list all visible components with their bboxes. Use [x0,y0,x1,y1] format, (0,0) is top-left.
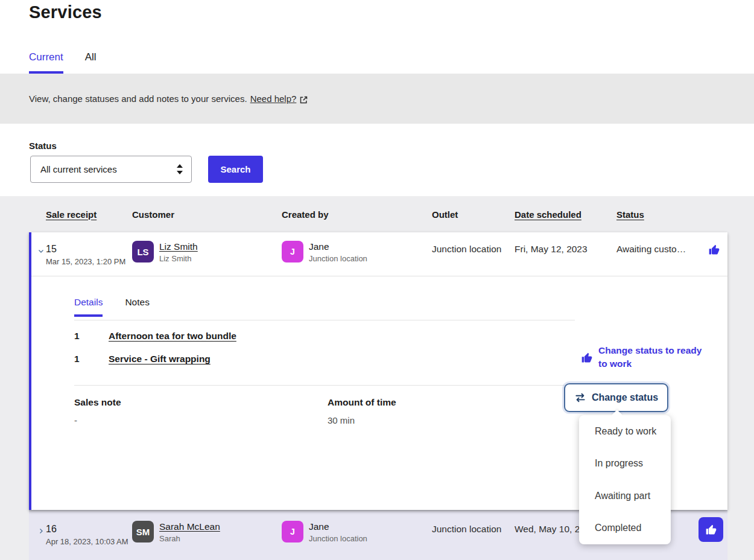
line-item: 1 Afternoon tea for two bundle [74,331,575,342]
thumbs-up-icon [581,352,593,364]
created-by-cell: J Jane Junction location [282,232,432,276]
line-item-qty: 1 [74,354,109,364]
services-table: Sale receipt Customer Created by Outlet … [0,196,754,560]
column-status[interactable]: Status [616,209,706,220]
banner-text: View, change statuses and add notes to y… [29,94,247,104]
menu-item-in-progress[interactable]: In progress [579,448,671,480]
receipt-cell: 15 Mar 15, 2023, 1:20 PM [46,232,132,276]
tab-details[interactable]: Details [74,297,103,317]
line-item-name-link[interactable]: Afternoon tea for two bundle [109,331,236,342]
tab-notes[interactable]: Notes [125,297,150,317]
tab-all[interactable]: All [85,51,97,74]
expand-row-control[interactable] [37,510,46,560]
divider [74,385,575,386]
service-card-expanded: 15 Mar 15, 2023, 1:20 PM LS Liz Smith Li… [29,232,727,510]
chevron-right-icon [37,527,45,535]
avatar: SM [132,521,154,542]
status-select-value: All current services [40,164,177,174]
created-by-subtext: Junction location [309,534,367,543]
menu-item-ready-to-work[interactable]: Ready to work [579,415,671,448]
change-status-button-label: Change status [592,392,658,403]
customer-name-link[interactable]: Liz Smith [159,241,198,252]
menu-item-awaiting-part[interactable]: Awaiting part [579,480,671,512]
line-item: 1 Service - Gift wrapping [74,354,575,364]
column-date-scheduled[interactable]: Date scheduled [515,209,616,220]
status-options-menu: Ready to work In progress Awaiting part … [579,415,671,544]
tab-current-label: Current [29,51,63,63]
sales-note-value: - [74,415,77,425]
customer-cell: SM Sarah McLean Sarah [132,510,282,560]
created-by-subtext: Junction location [309,254,367,263]
column-created-by: Created by [282,209,432,220]
swap-arrows-icon [574,392,586,404]
avatar: LS [132,241,154,262]
select-spinner-icon [177,164,183,174]
chevron-down-icon [37,247,45,255]
tab-current[interactable]: Current [29,51,63,74]
line-item-qty: 1 [74,331,109,342]
avatar: J [282,241,303,262]
table-row[interactable]: 15 Mar 15, 2023, 1:20 PM LS Liz Smith Li… [31,232,727,276]
amount-of-time-label: Amount of time [328,397,396,408]
customer-subtext: Liz Smith [159,254,198,263]
tab-all-label: All [85,51,97,63]
outlet-cell: Junction location [432,510,515,560]
thumbs-up-icon[interactable] [708,244,720,256]
sales-note-label: Sales note [74,397,121,408]
avatar: J [282,521,303,542]
collapse-row-control[interactable] [37,232,46,276]
external-link-icon [299,95,308,104]
column-customer: Customer [132,209,282,220]
created-by-name: Jane [309,521,367,532]
created-by-cell: J Jane Junction location [282,510,432,560]
created-by-name: Jane [309,241,367,252]
status-cell: Awaiting custo… [616,232,706,276]
search-button[interactable]: Search [208,156,263,183]
page-header: Services Current All [0,0,754,74]
detail-tabs: Details Notes [74,297,172,317]
receipt-number: 15 [46,244,132,255]
thumbs-up-icon [705,524,717,536]
page-title: Services [29,2,102,22]
filter-section: Status All current services Search [0,124,754,196]
services-page: Services Current All View, change status… [0,0,754,560]
customer-name-link[interactable]: Sarah McLean [159,521,220,532]
change-status-quick-link[interactable]: Change status to ready to work [581,344,720,370]
quick-action-label: Change status to ready to work [598,344,713,370]
change-status-to-ready-button[interactable] [699,517,723,542]
change-status-button[interactable]: Change status [564,383,668,412]
menu-item-completed[interactable]: Completed [579,512,671,545]
date-scheduled-cell: Fri, May 12, 2023 [515,232,616,276]
status-filter-label: Status [29,141,57,151]
main-tabs: Current All [29,51,118,74]
customer-cell: LS Liz Smith Liz Smith [132,232,282,276]
line-item-name-link[interactable]: Service - Gift wrapping [109,354,211,364]
outlet-cell: Junction location [432,232,515,276]
divider [74,320,575,320]
receipt-created-date: Mar 15, 2023, 1:20 PM [46,257,130,267]
receipt-cell: 16 Apr 18, 2023, 10:03 AM [46,510,132,560]
column-sale-receipt[interactable]: Sale receipt [46,209,132,220]
row-action-cell [706,510,727,560]
amount-of-time-value: 30 min [328,415,355,425]
table-header: Sale receipt Customer Created by Outlet … [29,196,727,232]
info-banner: View, change statuses and add notes to y… [0,74,754,124]
customer-subtext: Sarah [159,534,220,543]
need-help-link[interactable]: Need help? [250,94,297,104]
receipt-created-date: Apr 18, 2023, 10:03 AM [46,537,130,547]
status-select[interactable]: All current services [30,156,192,183]
row-action-cell [706,232,727,276]
column-outlet: Outlet [432,209,515,220]
receipt-number: 16 [46,524,132,535]
service-details-panel: Details Notes 1 Afternoon tea for two bu… [31,276,727,509]
